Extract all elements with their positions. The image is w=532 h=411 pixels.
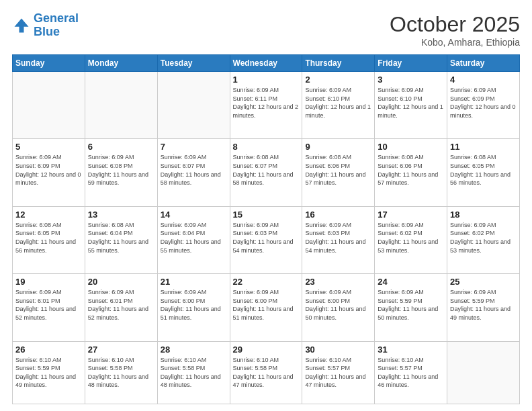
day-info: Sunrise: 6:10 AM Sunset: 5:57 PM Dayligh… [378,356,444,390]
day-number: 25 [450,277,517,287]
day-info: Sunrise: 6:09 AM Sunset: 6:02 PM Dayligh… [378,221,444,255]
day-info: Sunrise: 6:09 AM Sunset: 6:00 PM Dayligh… [305,288,371,322]
day-number: 30 [305,345,371,355]
day-info: Sunrise: 6:08 AM Sunset: 6:04 PM Dayligh… [88,221,154,255]
calendar-cell: 19Sunrise: 6:09 AM Sunset: 6:01 PM Dayli… [13,274,85,341]
day-info: Sunrise: 6:10 AM Sunset: 5:57 PM Dayligh… [305,356,371,390]
day-number: 15 [233,210,300,220]
calendar-cell: 31Sunrise: 6:10 AM Sunset: 5:57 PM Dayli… [375,341,447,404]
day-info: Sunrise: 6:09 AM Sunset: 6:11 PM Dayligh… [233,86,300,120]
calendar-cell: 7Sunrise: 6:09 AM Sunset: 6:07 PM Daylig… [157,139,230,206]
day-number: 13 [88,210,154,220]
calendar-body: 1Sunrise: 6:09 AM Sunset: 6:11 PM Daylig… [13,72,520,404]
week-row-2: 12Sunrise: 6:08 AM Sunset: 6:05 PM Dayli… [13,206,520,273]
calendar-cell: 1Sunrise: 6:09 AM Sunset: 6:11 PM Daylig… [230,72,302,139]
day-info: Sunrise: 6:09 AM Sunset: 6:02 PM Dayligh… [450,221,517,255]
calendar-cell: 26Sunrise: 6:10 AM Sunset: 5:59 PM Dayli… [13,341,85,404]
day-number: 2 [305,75,371,85]
day-info: Sunrise: 6:10 AM Sunset: 5:58 PM Dayligh… [88,356,154,390]
day-number: 18 [450,210,517,220]
week-row-4: 26Sunrise: 6:10 AM Sunset: 5:59 PM Dayli… [13,341,520,404]
day-number: 17 [378,210,444,220]
calendar-cell: 8Sunrise: 6:08 AM Sunset: 6:07 PM Daylig… [230,139,302,206]
calendar-cell: 14Sunrise: 6:09 AM Sunset: 6:04 PM Dayli… [157,206,230,273]
day-info: Sunrise: 6:10 AM Sunset: 5:58 PM Dayligh… [233,356,300,390]
weekday-header-saturday: Saturday [447,55,520,72]
day-number: 1 [233,75,300,85]
calendar-cell: 11Sunrise: 6:08 AM Sunset: 6:05 PM Dayli… [447,139,520,206]
day-info: Sunrise: 6:08 AM Sunset: 6:05 PM Dayligh… [15,221,82,255]
logo-icon [12,16,31,35]
day-number: 29 [233,345,300,355]
day-info: Sunrise: 6:09 AM Sunset: 5:59 PM Dayligh… [450,288,517,322]
day-number: 10 [378,142,444,152]
calendar-cell: 18Sunrise: 6:09 AM Sunset: 6:02 PM Dayli… [447,206,520,273]
calendar-cell: 15Sunrise: 6:09 AM Sunset: 6:03 PM Dayli… [230,206,302,273]
calendar-cell [157,72,230,139]
day-info: Sunrise: 6:09 AM Sunset: 6:03 PM Dayligh… [305,221,371,255]
day-info: Sunrise: 6:09 AM Sunset: 6:00 PM Dayligh… [233,288,300,322]
day-info: Sunrise: 6:09 AM Sunset: 5:59 PM Dayligh… [378,288,444,322]
day-number: 21 [161,277,227,287]
calendar-cell: 20Sunrise: 6:09 AM Sunset: 6:01 PM Dayli… [85,274,157,341]
day-info: Sunrise: 6:08 AM Sunset: 6:05 PM Dayligh… [450,153,517,187]
day-info: Sunrise: 6:09 AM Sunset: 6:07 PM Dayligh… [161,153,227,187]
day-number: 7 [161,142,227,152]
day-info: Sunrise: 6:09 AM Sunset: 6:00 PM Dayligh… [161,288,227,322]
day-number: 12 [15,210,82,220]
day-number: 26 [15,345,82,355]
week-row-3: 19Sunrise: 6:09 AM Sunset: 6:01 PM Dayli… [13,274,520,341]
day-number: 11 [450,142,517,152]
day-number: 24 [378,277,444,287]
day-number: 9 [305,142,371,152]
day-info: Sunrise: 6:08 AM Sunset: 6:06 PM Dayligh… [378,153,444,187]
title-block: October 2025 Kobo, Amhara, Ethiopia [390,12,520,48]
weekday-header-row: SundayMondayTuesdayWednesdayThursdayFrid… [13,55,520,72]
week-row-1: 5Sunrise: 6:09 AM Sunset: 6:09 PM Daylig… [13,139,520,206]
weekday-header-friday: Friday [375,55,447,72]
calendar-cell: 9Sunrise: 6:08 AM Sunset: 6:06 PM Daylig… [302,139,375,206]
calendar-cell: 24Sunrise: 6:09 AM Sunset: 5:59 PM Dayli… [375,274,447,341]
calendar-cell: 10Sunrise: 6:08 AM Sunset: 6:06 PM Dayli… [375,139,447,206]
weekday-header-monday: Monday [85,55,157,72]
day-number: 27 [88,345,154,355]
day-number: 14 [161,210,227,220]
calendar-cell [447,341,520,404]
day-number: 5 [15,142,82,152]
day-number: 22 [233,277,300,287]
calendar-table: SundayMondayTuesdayWednesdayThursdayFrid… [12,54,520,404]
day-number: 4 [450,75,517,85]
calendar-cell: 16Sunrise: 6:09 AM Sunset: 6:03 PM Dayli… [302,206,375,273]
logo-text: General Blue [34,12,79,39]
weekday-header-wednesday: Wednesday [230,55,302,72]
day-number: 20 [88,277,154,287]
calendar-cell: 25Sunrise: 6:09 AM Sunset: 5:59 PM Dayli… [447,274,520,341]
weekday-header-sunday: Sunday [13,55,85,72]
calendar-cell: 2Sunrise: 6:09 AM Sunset: 6:10 PM Daylig… [302,72,375,139]
calendar-cell: 17Sunrise: 6:09 AM Sunset: 6:02 PM Dayli… [375,206,447,273]
calendar-cell: 29Sunrise: 6:10 AM Sunset: 5:58 PM Dayli… [230,341,302,404]
calendar-cell: 23Sunrise: 6:09 AM Sunset: 6:00 PM Dayli… [302,274,375,341]
calendar-cell: 3Sunrise: 6:09 AM Sunset: 6:10 PM Daylig… [375,72,447,139]
svg-marker-0 [15,18,29,32]
calendar-cell [13,72,85,139]
day-info: Sunrise: 6:09 AM Sunset: 6:01 PM Dayligh… [15,288,82,322]
calendar-cell: 28Sunrise: 6:10 AM Sunset: 5:58 PM Dayli… [157,341,230,404]
day-info: Sunrise: 6:09 AM Sunset: 6:03 PM Dayligh… [233,221,300,255]
day-info: Sunrise: 6:09 AM Sunset: 6:04 PM Dayligh… [161,221,227,255]
day-info: Sunrise: 6:08 AM Sunset: 6:07 PM Dayligh… [233,153,300,187]
weekday-header-thursday: Thursday [302,55,375,72]
calendar-cell: 30Sunrise: 6:10 AM Sunset: 5:57 PM Dayli… [302,341,375,404]
day-number: 19 [15,277,82,287]
weekday-header-tuesday: Tuesday [157,55,230,72]
day-info: Sunrise: 6:09 AM Sunset: 6:10 PM Dayligh… [378,86,444,120]
day-info: Sunrise: 6:10 AM Sunset: 5:59 PM Dayligh… [15,356,82,390]
calendar-cell [85,72,157,139]
day-number: 31 [378,345,444,355]
day-number: 23 [305,277,371,287]
calendar-cell: 21Sunrise: 6:09 AM Sunset: 6:00 PM Dayli… [157,274,230,341]
logo: General Blue [12,12,79,39]
day-number: 8 [233,142,300,152]
calendar-cell: 4Sunrise: 6:09 AM Sunset: 6:09 PM Daylig… [447,72,520,139]
day-number: 6 [88,142,154,152]
